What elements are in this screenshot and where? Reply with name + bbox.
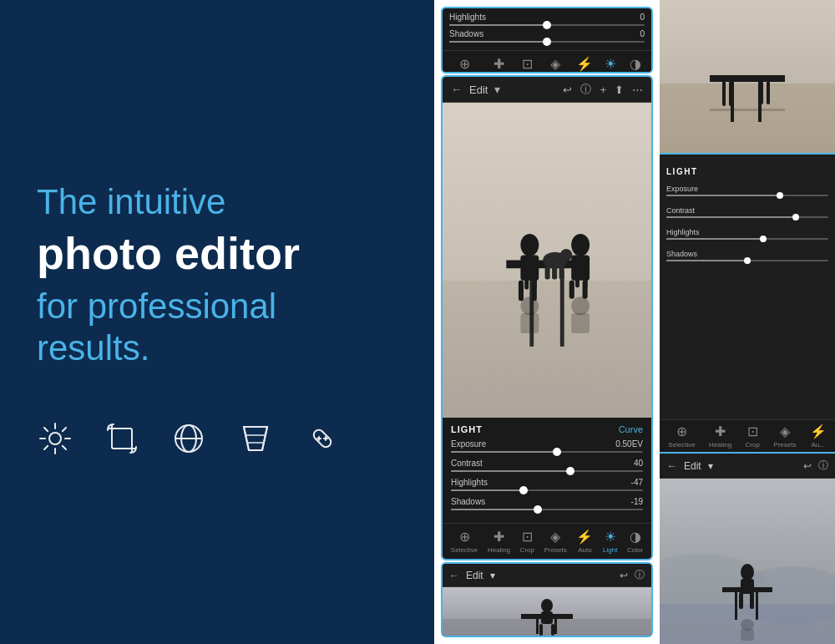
contrast-track[interactable] (451, 470, 643, 472)
toolbar-auto[interactable]: ⚡ Auto (576, 56, 593, 74)
svg-line-8 (44, 445, 48, 449)
phone-top-left: ← Edit ▾ (451, 83, 500, 96)
main-color-icon: ◑ (630, 529, 641, 545)
exposure-track[interactable] (451, 451, 643, 453)
brightness-icon (37, 420, 73, 463)
highlights-track[interactable] (449, 24, 645, 26)
light-icon: ☀ (605, 56, 616, 72)
shadows-track[interactable] (449, 41, 645, 43)
main-toolbar-presets[interactable]: ◈ Presets (544, 529, 567, 554)
highlights-main-label: Highlights (451, 478, 488, 487)
healing-icon (304, 420, 341, 463)
right-exposure-label: Exposure (666, 185, 698, 193)
svg-rect-55 (539, 624, 543, 636)
right-edit-panel: LIGHT Exposure Contrast (660, 155, 835, 452)
main-toolbar-auto[interactable]: ⚡ Auto (576, 529, 593, 554)
vignette-icon (170, 420, 207, 463)
main-toolbar-selective[interactable]: ⊕ Selective (451, 529, 478, 554)
right-bottom-back[interactable]: ← (666, 459, 677, 472)
shadows-main-track[interactable] (451, 509, 643, 510)
right-bottom-bar: ← Edit ▾ ↩ ⓘ (660, 454, 835, 479)
more-icon[interactable]: ⋯ (632, 84, 643, 96)
svg-line-7 (63, 428, 66, 431)
main-selective-icon: ⊕ (459, 529, 470, 545)
main-toolbar-color[interactable]: ◑ Color (627, 529, 643, 554)
bottom-undo-icon[interactable]: ↩ (620, 570, 628, 581)
main-light-icon: ☀ (605, 529, 616, 545)
main-toolbar-crop[interactable]: ⊡ Crop (520, 529, 534, 554)
share-icon[interactable]: ⬆ (615, 84, 624, 96)
svg-rect-43 (584, 267, 588, 287)
svg-rect-25 (560, 271, 564, 347)
highlights-main-track[interactable] (451, 489, 643, 491)
svg-point-27 (520, 234, 539, 256)
right-top-photo (660, 0, 835, 155)
right-toolbar-crop[interactable]: ⊡ Crop (746, 423, 760, 449)
svg-rect-79 (741, 629, 754, 641)
main-healing-label: Healing (488, 546, 510, 554)
right-exposure-track[interactable] (666, 195, 828, 196)
right-bottom-dropdown[interactable]: ▾ (708, 460, 713, 472)
right-highlights-track[interactable] (666, 238, 828, 240)
feature-icons-row (37, 420, 397, 463)
shadows-main-slider-row: Shadows -19 (451, 497, 643, 510)
svg-rect-9 (112, 428, 132, 449)
phone-edit-panel: LIGHT Curve Exposure 0.50EV (443, 418, 651, 523)
edit-dropdown-icon[interactable]: ▾ (494, 83, 500, 96)
main-presets-icon: ◈ (550, 529, 560, 545)
right-contrast-label: Contrast (666, 206, 695, 215)
info-icon[interactable]: ⓘ (580, 82, 591, 97)
highlights-slider-row: Highlights 0 (449, 13, 645, 26)
right-toolbar-presets[interactable]: ◈ Presets (773, 423, 796, 449)
svg-rect-59 (710, 75, 785, 82)
svg-rect-62 (722, 81, 726, 106)
right-healing-icon: ✚ (715, 423, 726, 439)
right-side-col: LIGHT Exposure Contrast (660, 0, 835, 644)
svg-rect-52 (554, 619, 557, 634)
svg-line-13 (244, 427, 249, 450)
toolbar-presets[interactable]: ◈ Presets (544, 56, 567, 74)
right-bottom-photo: ← Edit ▾ ↩ ⓘ (660, 452, 835, 644)
right-contrast-track[interactable] (666, 216, 828, 218)
bottom-info-icon[interactable]: ⓘ (635, 568, 645, 582)
main-presets-label: Presets (544, 546, 567, 554)
right-bottom-info[interactable]: ⓘ (818, 459, 828, 473)
main-toolbar-healing[interactable]: ✚ Healing (488, 529, 510, 554)
svg-point-53 (541, 599, 553, 612)
toolbar-healing[interactable]: ✚ Healing (488, 56, 510, 74)
curve-label[interactable]: Curve (619, 424, 643, 434)
bottom-edit-dropdown[interactable]: ▾ (490, 570, 495, 581)
contrast-value: 40 (634, 459, 643, 468)
right-toolbar-auto[interactable]: ⚡ Au... (810, 423, 827, 449)
crop-rotate-icon (104, 420, 140, 463)
toolbar-crop[interactable]: ⊡ Crop (520, 56, 534, 74)
edit-section-header: LIGHT Curve (451, 424, 643, 434)
bottom-back-icon[interactable]: ← (449, 570, 459, 581)
toolbar-light-active[interactable]: ☀ Light (603, 56, 617, 74)
right-presets-label: Presets (773, 441, 796, 449)
back-arrow-icon[interactable]: ← (451, 83, 463, 96)
right-healing-label: Healing (709, 441, 731, 449)
right-crop-icon: ⊡ (747, 423, 758, 439)
right-bottom-undo[interactable]: ↩ (803, 460, 812, 472)
highlights-label: Highlights (449, 13, 486, 22)
undo-icon[interactable]: ↩ (563, 84, 572, 96)
svg-rect-75 (741, 579, 754, 594)
svg-rect-64 (760, 81, 763, 104)
exposure-label: Exposure (451, 439, 486, 449)
right-toolbar-selective[interactable]: ⊕ Selective (668, 423, 695, 449)
add-action-icon[interactable]: + (600, 84, 606, 96)
main-selective-label: Selective (451, 546, 478, 554)
toolbar-selective[interactable]: ⊕ Selective (451, 56, 478, 74)
main-toolbar-light[interactable]: ☀ Light (603, 529, 617, 554)
highlights-value: 0 (640, 13, 645, 22)
main-crop-label: Crop (520, 546, 534, 554)
right-shadows-track[interactable] (666, 260, 828, 261)
right-selective-label: Selective (668, 441, 695, 449)
highlights-main-value: -47 (631, 478, 643, 487)
svg-rect-33 (545, 266, 550, 280)
right-toolbar-healing[interactable]: ✚ Healing (709, 423, 731, 449)
toolbar-color[interactable]: ◑ Color (627, 56, 643, 74)
svg-rect-73 (756, 592, 758, 620)
svg-rect-40 (524, 267, 529, 290)
